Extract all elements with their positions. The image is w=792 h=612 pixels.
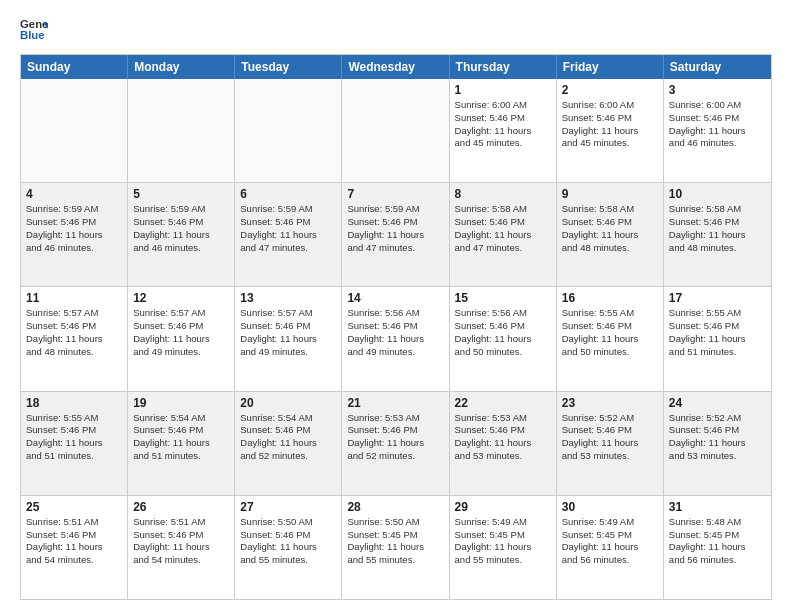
day-number: 10 xyxy=(669,187,766,201)
day-number: 21 xyxy=(347,396,443,410)
calendar-row: 18Sunrise: 5:55 AM Sunset: 5:46 PM Dayli… xyxy=(21,391,771,495)
day-number: 20 xyxy=(240,396,336,410)
day-cell: 11Sunrise: 5:57 AM Sunset: 5:46 PM Dayli… xyxy=(21,287,128,390)
empty-cell xyxy=(128,79,235,182)
day-cell: 3Sunrise: 6:00 AM Sunset: 5:46 PM Daylig… xyxy=(664,79,771,182)
page-header: General Blue xyxy=(20,16,772,44)
day-cell: 17Sunrise: 5:55 AM Sunset: 5:46 PM Dayli… xyxy=(664,287,771,390)
day-info: Sunrise: 5:52 AM Sunset: 5:46 PM Dayligh… xyxy=(669,412,766,463)
day-info: Sunrise: 6:00 AM Sunset: 5:46 PM Dayligh… xyxy=(562,99,658,150)
day-info: Sunrise: 5:49 AM Sunset: 5:45 PM Dayligh… xyxy=(455,516,551,567)
day-number: 15 xyxy=(455,291,551,305)
day-info: Sunrise: 5:54 AM Sunset: 5:46 PM Dayligh… xyxy=(133,412,229,463)
day-cell: 18Sunrise: 5:55 AM Sunset: 5:46 PM Dayli… xyxy=(21,392,128,495)
day-cell: 8Sunrise: 5:58 AM Sunset: 5:46 PM Daylig… xyxy=(450,183,557,286)
day-cell: 26Sunrise: 5:51 AM Sunset: 5:46 PM Dayli… xyxy=(128,496,235,599)
day-number: 30 xyxy=(562,500,658,514)
day-cell: 19Sunrise: 5:54 AM Sunset: 5:46 PM Dayli… xyxy=(128,392,235,495)
day-cell: 10Sunrise: 5:58 AM Sunset: 5:46 PM Dayli… xyxy=(664,183,771,286)
calendar-row: 25Sunrise: 5:51 AM Sunset: 5:46 PM Dayli… xyxy=(21,495,771,599)
day-number: 5 xyxy=(133,187,229,201)
day-info: Sunrise: 5:55 AM Sunset: 5:46 PM Dayligh… xyxy=(669,307,766,358)
empty-cell xyxy=(342,79,449,182)
weekday-header: Monday xyxy=(128,55,235,79)
day-info: Sunrise: 5:56 AM Sunset: 5:46 PM Dayligh… xyxy=(347,307,443,358)
day-cell: 23Sunrise: 5:52 AM Sunset: 5:46 PM Dayli… xyxy=(557,392,664,495)
day-cell: 9Sunrise: 5:58 AM Sunset: 5:46 PM Daylig… xyxy=(557,183,664,286)
day-number: 31 xyxy=(669,500,766,514)
day-cell: 27Sunrise: 5:50 AM Sunset: 5:46 PM Dayli… xyxy=(235,496,342,599)
day-cell: 13Sunrise: 5:57 AM Sunset: 5:46 PM Dayli… xyxy=(235,287,342,390)
day-info: Sunrise: 5:48 AM Sunset: 5:45 PM Dayligh… xyxy=(669,516,766,567)
day-info: Sunrise: 5:55 AM Sunset: 5:46 PM Dayligh… xyxy=(562,307,658,358)
day-cell: 2Sunrise: 6:00 AM Sunset: 5:46 PM Daylig… xyxy=(557,79,664,182)
day-info: Sunrise: 5:55 AM Sunset: 5:46 PM Dayligh… xyxy=(26,412,122,463)
svg-text:Blue: Blue xyxy=(20,29,45,41)
calendar-header: SundayMondayTuesdayWednesdayThursdayFrid… xyxy=(21,55,771,79)
day-info: Sunrise: 5:58 AM Sunset: 5:46 PM Dayligh… xyxy=(455,203,551,254)
day-info: Sunrise: 5:57 AM Sunset: 5:46 PM Dayligh… xyxy=(133,307,229,358)
day-info: Sunrise: 5:59 AM Sunset: 5:46 PM Dayligh… xyxy=(133,203,229,254)
day-cell: 5Sunrise: 5:59 AM Sunset: 5:46 PM Daylig… xyxy=(128,183,235,286)
logo-icon: General Blue xyxy=(20,16,48,44)
day-info: Sunrise: 5:51 AM Sunset: 5:46 PM Dayligh… xyxy=(26,516,122,567)
day-info: Sunrise: 5:59 AM Sunset: 5:46 PM Dayligh… xyxy=(240,203,336,254)
weekday-header: Sunday xyxy=(21,55,128,79)
weekday-header: Friday xyxy=(557,55,664,79)
day-cell: 29Sunrise: 5:49 AM Sunset: 5:45 PM Dayli… xyxy=(450,496,557,599)
day-number: 8 xyxy=(455,187,551,201)
day-cell: 25Sunrise: 5:51 AM Sunset: 5:46 PM Dayli… xyxy=(21,496,128,599)
weekday-header: Saturday xyxy=(664,55,771,79)
day-number: 6 xyxy=(240,187,336,201)
day-number: 13 xyxy=(240,291,336,305)
calendar-body: 1Sunrise: 6:00 AM Sunset: 5:46 PM Daylig… xyxy=(21,79,771,599)
calendar: SundayMondayTuesdayWednesdayThursdayFrid… xyxy=(20,54,772,600)
day-info: Sunrise: 5:58 AM Sunset: 5:46 PM Dayligh… xyxy=(669,203,766,254)
day-info: Sunrise: 5:54 AM Sunset: 5:46 PM Dayligh… xyxy=(240,412,336,463)
day-number: 9 xyxy=(562,187,658,201)
day-number: 4 xyxy=(26,187,122,201)
day-info: Sunrise: 5:53 AM Sunset: 5:46 PM Dayligh… xyxy=(347,412,443,463)
logo: General Blue xyxy=(20,16,48,44)
day-number: 19 xyxy=(133,396,229,410)
day-number: 2 xyxy=(562,83,658,97)
day-info: Sunrise: 5:58 AM Sunset: 5:46 PM Dayligh… xyxy=(562,203,658,254)
calendar-row: 4Sunrise: 5:59 AM Sunset: 5:46 PM Daylig… xyxy=(21,182,771,286)
day-cell: 1Sunrise: 6:00 AM Sunset: 5:46 PM Daylig… xyxy=(450,79,557,182)
day-number: 23 xyxy=(562,396,658,410)
day-cell: 28Sunrise: 5:50 AM Sunset: 5:45 PM Dayli… xyxy=(342,496,449,599)
day-info: Sunrise: 5:50 AM Sunset: 5:46 PM Dayligh… xyxy=(240,516,336,567)
day-cell: 30Sunrise: 5:49 AM Sunset: 5:45 PM Dayli… xyxy=(557,496,664,599)
day-info: Sunrise: 6:00 AM Sunset: 5:46 PM Dayligh… xyxy=(455,99,551,150)
day-number: 25 xyxy=(26,500,122,514)
day-number: 22 xyxy=(455,396,551,410)
day-number: 12 xyxy=(133,291,229,305)
day-number: 17 xyxy=(669,291,766,305)
day-cell: 15Sunrise: 5:56 AM Sunset: 5:46 PM Dayli… xyxy=(450,287,557,390)
day-cell: 22Sunrise: 5:53 AM Sunset: 5:46 PM Dayli… xyxy=(450,392,557,495)
day-number: 1 xyxy=(455,83,551,97)
day-cell: 31Sunrise: 5:48 AM Sunset: 5:45 PM Dayli… xyxy=(664,496,771,599)
day-number: 11 xyxy=(26,291,122,305)
day-number: 26 xyxy=(133,500,229,514)
day-cell: 14Sunrise: 5:56 AM Sunset: 5:46 PM Dayli… xyxy=(342,287,449,390)
day-info: Sunrise: 5:59 AM Sunset: 5:46 PM Dayligh… xyxy=(347,203,443,254)
day-info: Sunrise: 5:53 AM Sunset: 5:46 PM Dayligh… xyxy=(455,412,551,463)
day-info: Sunrise: 5:56 AM Sunset: 5:46 PM Dayligh… xyxy=(455,307,551,358)
day-cell: 12Sunrise: 5:57 AM Sunset: 5:46 PM Dayli… xyxy=(128,287,235,390)
weekday-header: Tuesday xyxy=(235,55,342,79)
day-number: 7 xyxy=(347,187,443,201)
day-cell: 21Sunrise: 5:53 AM Sunset: 5:46 PM Dayli… xyxy=(342,392,449,495)
day-cell: 24Sunrise: 5:52 AM Sunset: 5:46 PM Dayli… xyxy=(664,392,771,495)
day-info: Sunrise: 5:51 AM Sunset: 5:46 PM Dayligh… xyxy=(133,516,229,567)
empty-cell xyxy=(235,79,342,182)
day-number: 3 xyxy=(669,83,766,97)
day-cell: 16Sunrise: 5:55 AM Sunset: 5:46 PM Dayli… xyxy=(557,287,664,390)
empty-cell xyxy=(21,79,128,182)
day-number: 24 xyxy=(669,396,766,410)
day-info: Sunrise: 5:49 AM Sunset: 5:45 PM Dayligh… xyxy=(562,516,658,567)
day-cell: 7Sunrise: 5:59 AM Sunset: 5:46 PM Daylig… xyxy=(342,183,449,286)
day-info: Sunrise: 5:52 AM Sunset: 5:46 PM Dayligh… xyxy=(562,412,658,463)
day-cell: 20Sunrise: 5:54 AM Sunset: 5:46 PM Dayli… xyxy=(235,392,342,495)
day-number: 16 xyxy=(562,291,658,305)
